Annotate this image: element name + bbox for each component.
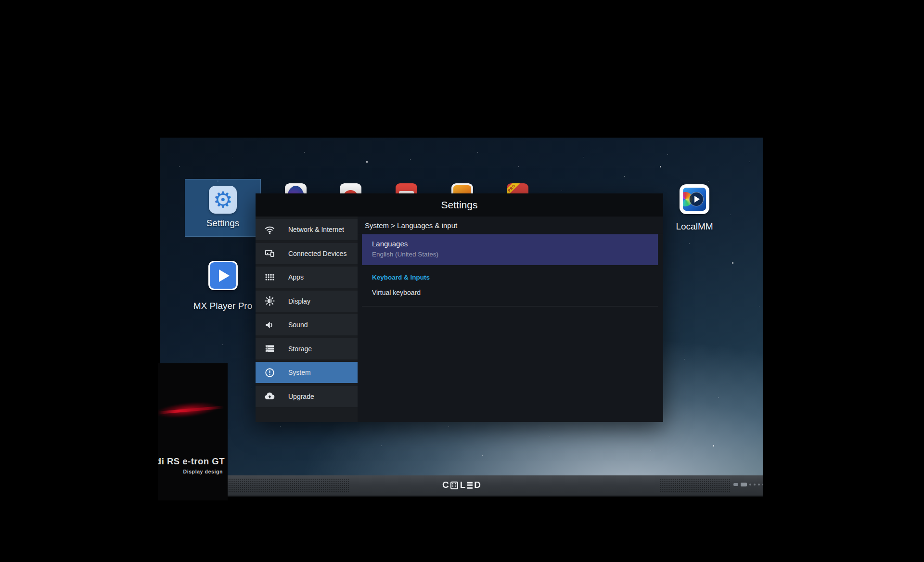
audi-poster: Audi RS e-tron GT Display design xyxy=(158,363,228,500)
logo-letter-l: L xyxy=(460,481,466,489)
sidebar-label: Storage xyxy=(288,345,312,353)
sidebar-label: Connected Devices xyxy=(288,250,346,257)
dialog-title: Settings xyxy=(441,199,478,211)
poster-title: Audi RS e-tron GT xyxy=(158,456,225,467)
speaker-grille-right xyxy=(659,479,731,493)
settings-main-panel: System > Languages & input Languages Eng… xyxy=(358,217,663,422)
languages-value: English (United States) xyxy=(372,251,658,258)
languages-row[interactable]: Languages English (United States) xyxy=(362,234,658,265)
play-triangle xyxy=(694,196,700,203)
gear-icon: ⚙ xyxy=(213,189,232,211)
sidebar-item-system[interactable]: System xyxy=(256,362,358,383)
dialog-titlebar: Settings xyxy=(256,193,663,217)
mx-player-app-icon xyxy=(208,261,238,290)
sidebar-label: Apps xyxy=(288,273,304,281)
ir-sensor xyxy=(733,483,738,486)
tv-screen: PRO ⚙ Settings MX Player Pro LocalMM xyxy=(160,138,763,497)
brightness-icon xyxy=(264,295,275,307)
play-icon xyxy=(219,269,230,282)
stars-bright xyxy=(160,138,160,138)
sidebar-item-upgrade[interactable]: Upgrade xyxy=(256,386,358,407)
wifi-icon xyxy=(264,224,275,235)
brand-logo: C L D xyxy=(442,481,481,490)
app-label-settings: Settings xyxy=(206,218,240,229)
desktop-background: PRO ⚙ Settings MX Player Pro LocalMM xyxy=(0,0,924,562)
indicator-window xyxy=(741,483,747,486)
breadcrumb: System > Languages & input xyxy=(358,217,663,234)
port-dot xyxy=(749,484,751,485)
speaker-grille-left xyxy=(226,479,349,493)
settings-app-icon: ⚙ xyxy=(209,186,237,214)
speaker-icon xyxy=(264,319,275,331)
virtual-keyboard-item[interactable]: Virtual keyboard xyxy=(372,289,421,296)
sidebar-item-connected-devices[interactable]: Connected Devices xyxy=(256,243,358,264)
sidebar-label: Display xyxy=(288,297,310,305)
system-alert-icon xyxy=(264,367,275,378)
dialog-body: Network & Internet Connected Devices App… xyxy=(256,217,663,422)
section-header-keyboard: Keyboard & inputs xyxy=(372,274,430,281)
settings-dialog: Settings Network & Internet Connecte xyxy=(256,193,663,422)
sidebar-label: System xyxy=(288,369,311,376)
logo-e-glyph xyxy=(467,482,473,488)
poster-subtitle: Display design xyxy=(183,469,223,474)
sidebar-label: Sound xyxy=(288,321,308,329)
sidebar-item-storage[interactable]: Storage xyxy=(256,338,358,359)
cloud-upload-icon xyxy=(264,391,275,402)
devices-icon xyxy=(264,248,275,259)
port-dot xyxy=(754,484,756,485)
logo-letter-c: C xyxy=(442,481,449,489)
divider xyxy=(362,306,658,307)
bezel-ports xyxy=(733,483,763,486)
play-circle-icon xyxy=(689,192,704,206)
sidebar-item-sound[interactable]: Sound xyxy=(256,314,358,335)
port-dot xyxy=(762,484,763,485)
app-label-localmm: LocalMM xyxy=(676,221,713,232)
sidebar-label: Upgrade xyxy=(288,393,314,400)
localmm-icon-art xyxy=(683,188,706,211)
port-dot xyxy=(758,484,760,485)
logo-letter-d: D xyxy=(474,481,481,489)
sidebar-item-apps[interactable]: Apps xyxy=(256,267,358,288)
app-tile-settings[interactable]: ⚙ Settings xyxy=(185,179,261,237)
logo-dots-glyph xyxy=(450,481,458,489)
app-tile-mx-player-pro[interactable]: MX Player Pro xyxy=(177,261,269,311)
languages-title: Languages xyxy=(372,240,658,248)
settings-sidebar: Network & Internet Connected Devices App… xyxy=(256,217,358,422)
tv-bezel: C L D xyxy=(160,475,763,497)
storage-icon xyxy=(264,343,275,355)
sidebar-label: Network & Internet xyxy=(288,226,344,233)
sidebar-item-display[interactable]: Display xyxy=(256,291,358,312)
sidebar-item-network-internet[interactable]: Network & Internet xyxy=(256,219,358,240)
apps-grid-icon xyxy=(264,271,275,283)
app-label-mx-player: MX Player Pro xyxy=(193,301,252,311)
localmm-app-icon xyxy=(680,184,709,214)
